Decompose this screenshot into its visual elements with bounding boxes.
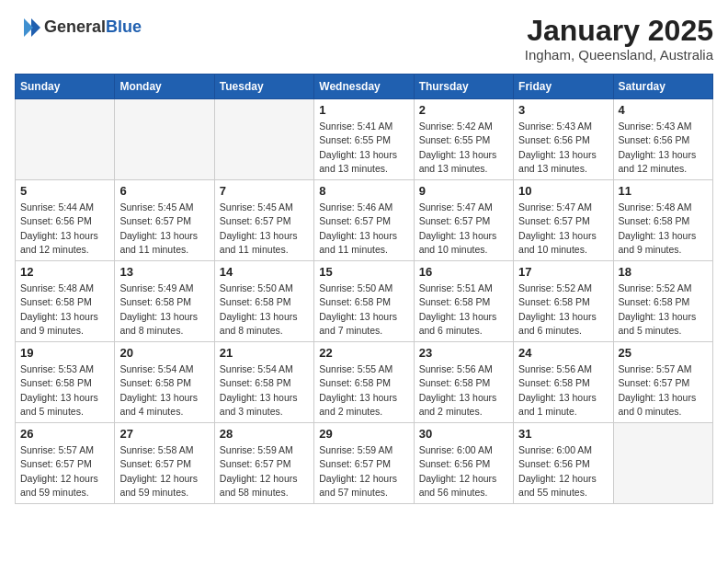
day-header-sunday: Sunday <box>16 75 115 99</box>
calendar-cell: 25Sunrise: 5:57 AM Sunset: 6:57 PM Dayli… <box>613 342 712 423</box>
date-number: 19 <box>20 346 109 360</box>
cell-info: Sunrise: 5:56 AM Sunset: 6:58 PM Dayligh… <box>518 362 608 419</box>
cell-info: Sunrise: 5:57 AM Sunset: 6:57 PM Dayligh… <box>619 362 708 419</box>
date-number: 24 <box>518 346 608 360</box>
day-header-saturday: Saturday <box>613 75 712 99</box>
week-row-5: 26Sunrise: 5:57 AM Sunset: 6:57 PM Dayli… <box>16 423 713 504</box>
calendar-cell: 30Sunrise: 6:00 AM Sunset: 6:56 PM Dayli… <box>414 423 513 504</box>
cell-info: Sunrise: 5:48 AM Sunset: 6:58 PM Dayligh… <box>20 282 109 338</box>
calendar-cell: 5Sunrise: 5:44 AM Sunset: 6:56 PM Daylig… <box>16 180 115 261</box>
date-number: 30 <box>419 427 508 441</box>
day-header-tuesday: Tuesday <box>214 75 313 99</box>
calendar-cell: 6Sunrise: 5:45 AM Sunset: 6:57 PM Daylig… <box>115 180 214 261</box>
calendar-cell <box>613 423 712 504</box>
calendar-cell: 10Sunrise: 5:47 AM Sunset: 6:57 PM Dayli… <box>514 180 613 261</box>
logo-general: General <box>44 17 106 36</box>
cell-info: Sunrise: 5:53 AM Sunset: 6:58 PM Dayligh… <box>20 362 109 419</box>
calendar-cell: 23Sunrise: 5:56 AM Sunset: 6:58 PM Dayli… <box>414 342 513 423</box>
day-header-wednesday: Wednesday <box>314 75 414 99</box>
calendar-cell: 17Sunrise: 5:52 AM Sunset: 6:58 PM Dayli… <box>514 261 613 342</box>
date-number: 27 <box>119 427 209 441</box>
date-number: 9 <box>419 184 508 198</box>
cell-info: Sunrise: 5:43 AM Sunset: 6:56 PM Dayligh… <box>619 120 708 176</box>
date-number: 1 <box>319 103 408 117</box>
calendar-cell: 3Sunrise: 5:43 AM Sunset: 6:56 PM Daylig… <box>514 99 613 180</box>
calendar-cell <box>115 99 214 180</box>
calendar-cell: 15Sunrise: 5:50 AM Sunset: 6:58 PM Dayli… <box>314 261 414 342</box>
date-number: 11 <box>619 184 708 198</box>
date-number: 29 <box>319 427 408 441</box>
date-number: 5 <box>20 184 109 198</box>
date-number: 28 <box>220 427 309 441</box>
page-header: GeneralBlue January 2025 Ingham, Queensl… <box>15 15 713 63</box>
calendar-cell: 13Sunrise: 5:49 AM Sunset: 6:58 PM Dayli… <box>115 261 214 342</box>
main-title: January 2025 <box>525 15 713 47</box>
cell-info: Sunrise: 5:42 AM Sunset: 6:55 PM Dayligh… <box>419 120 508 176</box>
cell-info: Sunrise: 5:50 AM Sunset: 6:58 PM Dayligh… <box>220 282 309 338</box>
cell-info: Sunrise: 5:52 AM Sunset: 6:58 PM Dayligh… <box>619 282 708 338</box>
date-number: 14 <box>220 265 309 279</box>
sub-title: Ingham, Queensland, Australia <box>525 47 713 63</box>
calendar-cell: 21Sunrise: 5:54 AM Sunset: 6:58 PM Dayli… <box>214 342 313 423</box>
cell-info: Sunrise: 6:00 AM Sunset: 6:56 PM Dayligh… <box>419 443 508 500</box>
calendar-cell: 22Sunrise: 5:55 AM Sunset: 6:58 PM Dayli… <box>314 342 414 423</box>
cell-info: Sunrise: 5:58 AM Sunset: 6:57 PM Dayligh… <box>119 443 209 500</box>
date-number: 15 <box>319 265 408 279</box>
cell-info: Sunrise: 5:41 AM Sunset: 6:55 PM Dayligh… <box>319 120 408 176</box>
cell-info: Sunrise: 5:49 AM Sunset: 6:58 PM Dayligh… <box>119 282 209 338</box>
title-block: January 2025 Ingham, Queensland, Austral… <box>525 15 713 63</box>
cell-info: Sunrise: 5:54 AM Sunset: 6:58 PM Dayligh… <box>220 362 309 419</box>
cell-info: Sunrise: 5:44 AM Sunset: 6:56 PM Dayligh… <box>20 201 109 257</box>
calendar-cell: 24Sunrise: 5:56 AM Sunset: 6:58 PM Dayli… <box>514 342 613 423</box>
header-row: SundayMondayTuesdayWednesdayThursdayFrid… <box>16 75 713 99</box>
calendar-cell: 28Sunrise: 5:59 AM Sunset: 6:57 PM Dayli… <box>214 423 313 504</box>
calendar-table: SundayMondayTuesdayWednesdayThursdayFrid… <box>15 74 713 504</box>
cell-info: Sunrise: 6:00 AM Sunset: 6:56 PM Dayligh… <box>518 443 608 500</box>
calendar-cell: 18Sunrise: 5:52 AM Sunset: 6:58 PM Dayli… <box>613 261 712 342</box>
cell-info: Sunrise: 5:45 AM Sunset: 6:57 PM Dayligh… <box>119 201 209 257</box>
logo-text: GeneralBlue <box>44 18 142 37</box>
cell-info: Sunrise: 5:47 AM Sunset: 6:57 PM Dayligh… <box>518 201 608 257</box>
date-number: 3 <box>518 103 608 117</box>
calendar-cell: 31Sunrise: 6:00 AM Sunset: 6:56 PM Dayli… <box>514 423 613 504</box>
calendar-cell: 20Sunrise: 5:54 AM Sunset: 6:58 PM Dayli… <box>115 342 214 423</box>
date-number: 31 <box>518 427 608 441</box>
date-number: 4 <box>619 103 708 117</box>
calendar-cell: 16Sunrise: 5:51 AM Sunset: 6:58 PM Dayli… <box>414 261 513 342</box>
date-number: 21 <box>220 346 309 360</box>
cell-info: Sunrise: 5:59 AM Sunset: 6:57 PM Dayligh… <box>319 443 408 500</box>
logo-icon <box>15 15 40 40</box>
calendar-cell <box>214 99 313 180</box>
cell-info: Sunrise: 5:48 AM Sunset: 6:58 PM Dayligh… <box>619 201 708 257</box>
week-row-3: 12Sunrise: 5:48 AM Sunset: 6:58 PM Dayli… <box>16 261 713 342</box>
calendar-cell <box>16 99 115 180</box>
calendar-cell: 27Sunrise: 5:58 AM Sunset: 6:57 PM Dayli… <box>115 423 214 504</box>
date-number: 12 <box>20 265 109 279</box>
cell-info: Sunrise: 5:52 AM Sunset: 6:58 PM Dayligh… <box>518 282 608 338</box>
cell-info: Sunrise: 5:45 AM Sunset: 6:57 PM Dayligh… <box>220 201 309 257</box>
week-row-1: 1Sunrise: 5:41 AM Sunset: 6:55 PM Daylig… <box>16 99 713 180</box>
calendar-cell: 8Sunrise: 5:46 AM Sunset: 6:57 PM Daylig… <box>314 180 414 261</box>
day-header-thursday: Thursday <box>414 75 513 99</box>
date-number: 25 <box>619 346 708 360</box>
date-number: 22 <box>319 346 408 360</box>
calendar-cell: 12Sunrise: 5:48 AM Sunset: 6:58 PM Dayli… <box>16 261 115 342</box>
cell-info: Sunrise: 5:47 AM Sunset: 6:57 PM Dayligh… <box>419 201 508 257</box>
calendar-cell: 9Sunrise: 5:47 AM Sunset: 6:57 PM Daylig… <box>414 180 513 261</box>
date-number: 16 <box>419 265 508 279</box>
cell-info: Sunrise: 5:50 AM Sunset: 6:58 PM Dayligh… <box>319 282 408 338</box>
logo: GeneralBlue <box>15 15 142 40</box>
date-number: 13 <box>119 265 209 279</box>
cell-info: Sunrise: 5:51 AM Sunset: 6:58 PM Dayligh… <box>419 282 508 338</box>
date-number: 17 <box>518 265 608 279</box>
calendar-cell: 4Sunrise: 5:43 AM Sunset: 6:56 PM Daylig… <box>613 99 712 180</box>
week-row-2: 5Sunrise: 5:44 AM Sunset: 6:56 PM Daylig… <box>16 180 713 261</box>
calendar-cell: 2Sunrise: 5:42 AM Sunset: 6:55 PM Daylig… <box>414 99 513 180</box>
cell-info: Sunrise: 5:55 AM Sunset: 6:58 PM Dayligh… <box>319 362 408 419</box>
calendar-cell: 1Sunrise: 5:41 AM Sunset: 6:55 PM Daylig… <box>314 99 414 180</box>
calendar-cell: 29Sunrise: 5:59 AM Sunset: 6:57 PM Dayli… <box>314 423 414 504</box>
calendar-cell: 7Sunrise: 5:45 AM Sunset: 6:57 PM Daylig… <box>214 180 313 261</box>
week-row-4: 19Sunrise: 5:53 AM Sunset: 6:58 PM Dayli… <box>16 342 713 423</box>
cell-info: Sunrise: 5:57 AM Sunset: 6:57 PM Dayligh… <box>20 443 109 500</box>
cell-info: Sunrise: 5:46 AM Sunset: 6:57 PM Dayligh… <box>319 201 408 257</box>
